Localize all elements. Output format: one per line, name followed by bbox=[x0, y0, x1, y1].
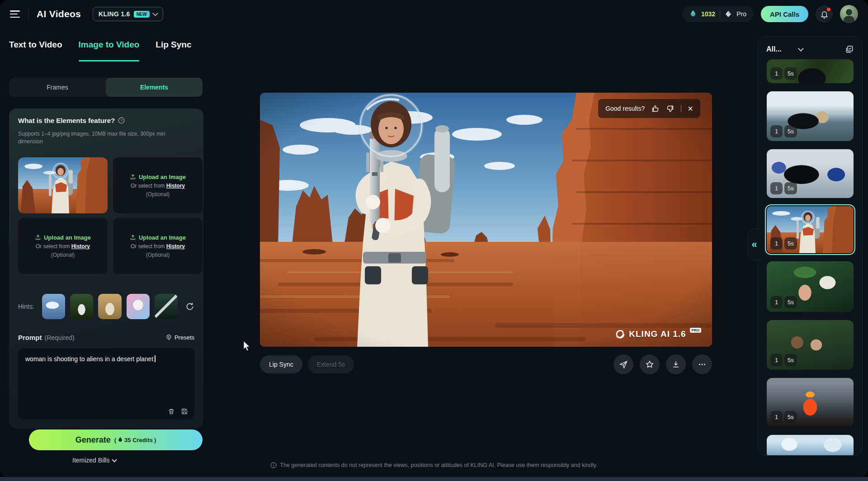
frames-elements-toggle: Frames Elements bbox=[9, 78, 203, 97]
hint-thumb-woman-white[interactable] bbox=[98, 294, 121, 319]
model-selector[interactable]: KLING 1.6 NEW bbox=[93, 7, 163, 21]
pill-divider bbox=[720, 10, 720, 18]
chevron-down-icon[interactable] bbox=[798, 46, 804, 52]
tab-lip-sync[interactable]: Lip Sync bbox=[156, 40, 191, 56]
kling-logo-icon bbox=[614, 329, 625, 340]
uploaded-astronaut-image bbox=[18, 157, 108, 213]
collapse-sidebar-button[interactable]: « bbox=[747, 229, 761, 260]
refresh-icon bbox=[185, 302, 194, 311]
video-actions: Lip Sync Extend 5s bbox=[260, 354, 712, 374]
upload-slot-2[interactable]: Upload an Image Or select from History (… bbox=[113, 157, 203, 213]
download-button[interactable] bbox=[666, 354, 686, 374]
history-item-man-jungle[interactable]: 1 5s bbox=[767, 59, 854, 83]
history-item-astronaut-selected[interactable]: 1 5s bbox=[767, 206, 854, 253]
lip-sync-button[interactable]: Lip Sync bbox=[260, 355, 302, 373]
upload-label: Upload an Image bbox=[139, 174, 186, 180]
presets-label: Presets bbox=[175, 334, 194, 341]
filter-dropdown[interactable]: All... bbox=[766, 45, 782, 53]
clip-count-badge: 1 bbox=[770, 67, 783, 80]
app-window: AI Videos KLING 1.6 NEW 1032 bbox=[0, 0, 868, 477]
paren-close: ) bbox=[154, 437, 156, 443]
watermark: KLING AI 1.6 PRO bbox=[614, 329, 701, 340]
duration-badge: 5s bbox=[784, 125, 797, 137]
history-item-dog-couch[interactable]: 1 5s bbox=[767, 149, 854, 198]
favorite-button[interactable] bbox=[640, 354, 660, 374]
hint-thumb-flying-horse[interactable] bbox=[42, 294, 65, 319]
header-divider bbox=[28, 8, 28, 20]
history-item-two-men[interactable]: 1 5s bbox=[767, 320, 854, 370]
history-link[interactable]: History bbox=[166, 183, 185, 189]
elements-card: What is the Elements feature? ? Supports… bbox=[9, 108, 203, 429]
clip-count-badge: 1 bbox=[770, 125, 783, 137]
notification-dot bbox=[827, 8, 830, 11]
plan-label: Pro bbox=[736, 10, 746, 18]
hint-thumb-cartoon-cat[interactable] bbox=[127, 294, 150, 319]
model-name: KLING 1.6 bbox=[99, 10, 130, 18]
upload-slot-1-filled[interactable] bbox=[18, 157, 108, 213]
notifications-button[interactable] bbox=[816, 5, 833, 23]
clear-prompt-button[interactable] bbox=[168, 408, 175, 415]
duration-badge: 5s bbox=[784, 67, 797, 80]
toggle-frames[interactable]: Frames bbox=[9, 78, 106, 97]
select-from-text: Or select from bbox=[131, 183, 165, 189]
thumbs-down-icon bbox=[666, 104, 675, 113]
chevron-down-icon bbox=[112, 457, 117, 462]
history-link[interactable]: History bbox=[166, 243, 185, 250]
api-calls-button[interactable]: API Calls bbox=[761, 6, 808, 22]
share-button[interactable] bbox=[613, 354, 633, 374]
download-icon bbox=[671, 360, 680, 369]
presets-button[interactable]: Presets bbox=[165, 334, 194, 341]
svg-text:?: ? bbox=[120, 118, 123, 123]
model-new-badge: NEW bbox=[134, 11, 150, 18]
thumbs-up-button[interactable] bbox=[651, 104, 660, 113]
mouse-cursor bbox=[243, 340, 253, 354]
toggle-elements[interactable]: Elements bbox=[106, 78, 203, 97]
credit-flame-icon bbox=[689, 10, 697, 18]
upload-slot-4[interactable]: Upload an Image Or select from History (… bbox=[113, 218, 203, 274]
watermark-text: KLING AI 1.6 bbox=[629, 329, 686, 340]
history-item-dog-cat-plane[interactable]: 1 5s bbox=[767, 91, 854, 141]
more-button[interactable] bbox=[692, 354, 712, 374]
credits-plan-pill[interactable]: 1032 Pro bbox=[682, 6, 754, 22]
sidebar-header: All... bbox=[758, 42, 862, 59]
history-item-gummy-bear[interactable]: 1 5s bbox=[767, 378, 854, 427]
presets-bulb-icon bbox=[165, 334, 172, 341]
history-link[interactable]: History bbox=[71, 243, 90, 250]
ellipsis-icon bbox=[698, 360, 707, 369]
footer-disclaimer: The generated contents do not represent … bbox=[0, 462, 868, 468]
tab-image-to-video[interactable]: Image to Video bbox=[79, 40, 140, 56]
duration-badge: 5s bbox=[784, 237, 797, 250]
help-icon[interactable]: ? bbox=[118, 117, 125, 124]
extend-5s-button[interactable]: Extend 5s bbox=[308, 355, 354, 373]
pro-diamond-icon bbox=[725, 10, 732, 18]
select-from-text: Or select from bbox=[131, 243, 165, 250]
hint-thumb-bride-forest[interactable] bbox=[70, 294, 93, 319]
prompt-label: Prompt bbox=[18, 334, 42, 341]
hint-thumb-sword[interactable] bbox=[155, 294, 178, 319]
multi-select-button[interactable] bbox=[845, 45, 854, 54]
prompt-textarea[interactable]: woman is shooting to aliens in a desert … bbox=[18, 348, 194, 420]
optional-text: (Optional) bbox=[146, 191, 170, 198]
app-stage: AI Videos KLING 1.6 NEW 1032 bbox=[0, 0, 868, 481]
credits-count: 1032 bbox=[701, 10, 715, 18]
generate-button[interactable]: Generate ( 35 Credits ) bbox=[29, 429, 203, 450]
elements-info-subtitle: Supports 1–4 jpg/png images, 10MB max fi… bbox=[18, 130, 167, 146]
flame-icon bbox=[118, 437, 123, 443]
upload-slot-3[interactable]: Upload an Image Or select from History (… bbox=[18, 218, 108, 274]
history-item-ice-mountains[interactable] bbox=[767, 435, 854, 456]
tab-text-to-video[interactable]: Text to Video bbox=[9, 40, 62, 56]
history-item-green-woman-cat[interactable]: 1 5s bbox=[767, 261, 854, 312]
chevron-down-icon bbox=[152, 10, 158, 16]
thumbs-down-button[interactable] bbox=[666, 104, 675, 113]
upload-label: Upload an Image bbox=[44, 234, 91, 241]
select-from-text: Or select from bbox=[36, 243, 70, 250]
avatar[interactable] bbox=[840, 5, 858, 23]
watermark-pro-badge: PRO bbox=[690, 328, 701, 333]
menu-icon[interactable] bbox=[10, 10, 20, 18]
header: AI Videos KLING 1.6 NEW 1032 bbox=[0, 0, 868, 28]
close-icon[interactable]: × bbox=[688, 104, 693, 113]
refresh-hints-button[interactable] bbox=[185, 302, 194, 311]
video-preview[interactable]: Good results? × KL bbox=[260, 93, 712, 347]
star-icon bbox=[645, 360, 654, 369]
save-prompt-button[interactable] bbox=[181, 408, 188, 415]
